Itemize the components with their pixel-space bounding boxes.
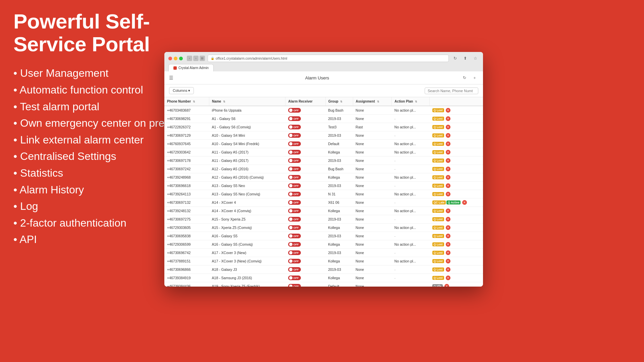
table-row[interactable]: +46730696866 A18 - Galaxy J3 OFF 2019-03… bbox=[164, 265, 483, 274]
refresh-button[interactable]: ↻ bbox=[461, 74, 468, 81]
cell-alarm-receiver[interactable]: OFF bbox=[285, 157, 326, 165]
cell-alarm-receiver[interactable]: OFF bbox=[285, 148, 326, 157]
table-row[interactable]: +46729303605 A15 - Xperia Z5 (Comviq) OF… bbox=[164, 224, 483, 232]
table-row[interactable]: +46760937645 A10 - Galaxy S4 Mini (Fredr… bbox=[164, 140, 483, 148]
table-row[interactable]: +46730697275 A15 - Sony Xperia Z5 OFF 20… bbox=[164, 215, 483, 224]
alarm-toggle[interactable]: OFF bbox=[288, 108, 301, 113]
delete-button[interactable]: ✕ bbox=[446, 167, 450, 171]
alarm-toggle[interactable]: OFF bbox=[288, 133, 301, 138]
alarm-toggle[interactable]: OFF bbox=[288, 167, 301, 171]
cell-alarm-receiver[interactable]: OFF bbox=[285, 215, 326, 224]
alarm-toggle[interactable]: OFF bbox=[288, 276, 301, 280]
forward-button[interactable]: › bbox=[193, 56, 199, 61]
delete-button[interactable]: ✕ bbox=[446, 242, 450, 247]
delete-button[interactable]: ✕ bbox=[446, 150, 450, 155]
columns-button[interactable]: Columns ▾ bbox=[169, 87, 194, 94]
cell-alarm-receiver[interactable]: OFF bbox=[285, 131, 326, 140]
cell-alarm-receiver[interactable]: OFF bbox=[285, 190, 326, 198]
table-row[interactable]: +46739248968 A12 - Galaxy A5 (2016) (Com… bbox=[164, 173, 483, 182]
table-row[interactable]: +46730696742 A17 - XCover 3 (New) OFF 20… bbox=[164, 249, 483, 257]
delete-button[interactable]: ✕ bbox=[446, 276, 450, 280]
alarm-toggle[interactable]: OFF bbox=[288, 267, 301, 272]
alarm-toggle[interactable]: OFF bbox=[288, 225, 301, 230]
table-row[interactable]: +46729306599 A16 - Galaxy S5 (Comviq) OF… bbox=[164, 240, 483, 249]
alarm-toggle[interactable]: OFF bbox=[288, 183, 301, 188]
alarm-toggle[interactable]: OFF bbox=[288, 125, 301, 129]
delete-button[interactable]: ✕ bbox=[446, 250, 450, 255]
cell-alarm-receiver[interactable]: OFF bbox=[285, 207, 326, 215]
cell-alarm-receiver[interactable]: OFF bbox=[285, 224, 326, 232]
minimize-button[interactable] bbox=[174, 57, 177, 60]
alarm-toggle[interactable]: OFF bbox=[288, 208, 301, 213]
cell-alarm-receiver[interactable]: OFF bbox=[285, 249, 326, 257]
delete-button[interactable]: ✕ bbox=[446, 108, 450, 113]
alarm-toggle[interactable]: OFF bbox=[288, 141, 301, 146]
search-input[interactable] bbox=[425, 87, 478, 94]
reload-button[interactable]: ↻ bbox=[451, 55, 459, 62]
cell-alarm-receiver[interactable]: OFF bbox=[285, 232, 326, 240]
cell-alarm-receiver[interactable]: OFF bbox=[285, 257, 326, 265]
alarm-toggle[interactable]: OFF bbox=[288, 284, 301, 287]
url-bar[interactable]: 🔒 office1.crystalalarm.com/admin/alarmUs… bbox=[208, 55, 449, 62]
table-row[interactable]: +46730698291 A1 - Galaxy S6 OFF 2019-03 … bbox=[164, 115, 483, 123]
delete-button[interactable]: ✕ bbox=[446, 208, 450, 213]
table-row[interactable]: +46730697129 A10 - Galaxy S4 Mini OFF 20… bbox=[164, 131, 483, 140]
table-row[interactable]: +46730697178 A11 - Galaxy A5 (2017) OFF … bbox=[164, 157, 483, 165]
table-row[interactable]: +46722826372 A1 - Galaxy S6 (Comviq) OFF… bbox=[164, 123, 483, 131]
fullscreen-button[interactable] bbox=[179, 57, 183, 60]
alarm-toggle[interactable]: OFF bbox=[288, 116, 301, 121]
share-button[interactable]: ☆ bbox=[472, 55, 479, 62]
browser-tab[interactable]: Crystal Alarm Admin bbox=[168, 64, 214, 71]
alarm-toggle[interactable]: OFF bbox=[288, 259, 301, 263]
cell-alarm-receiver[interactable]: OFF bbox=[285, 240, 326, 249]
alarm-toggle[interactable]: OFF bbox=[288, 175, 301, 180]
table-row[interactable]: +46730695838 A16 - Galaxy S5 OFF 2019-03… bbox=[164, 232, 483, 240]
table-row[interactable]: +46739384919 A18 - Samsung J3 (2016) OFF… bbox=[164, 274, 483, 282]
cell-alarm-receiver[interactable]: OFF bbox=[285, 198, 326, 207]
cell-alarm-receiver[interactable]: OFF bbox=[285, 182, 326, 190]
alarm-toggle[interactable]: OFF bbox=[288, 250, 301, 255]
delete-button[interactable]: ✕ bbox=[444, 284, 449, 287]
table-row[interactable]: +46739384436 A19 - Sony Xperia Z5 (Fredr… bbox=[164, 282, 483, 287]
delete-button[interactable]: ✕ bbox=[446, 234, 450, 238]
table-row[interactable]: +46739248132 A14 - XCover 4 (Comviq) OFF… bbox=[164, 207, 483, 215]
delete-button[interactable]: ✕ bbox=[446, 141, 450, 146]
alarm-toggle[interactable]: OFF bbox=[288, 158, 301, 163]
back-button[interactable]: ‹ bbox=[187, 56, 192, 61]
close-button[interactable] bbox=[168, 57, 172, 60]
table-row[interactable]: +46730696618 A13 - Galaxy S5 Neo OFF 201… bbox=[164, 182, 483, 190]
alarm-toggle[interactable]: OFF bbox=[288, 192, 301, 196]
alarm-toggle[interactable]: OFF bbox=[288, 217, 301, 222]
table-row[interactable]: +46730697132 A14 - XCover 4 OFF X61 06 N… bbox=[164, 198, 483, 207]
cell-alarm-receiver[interactable]: OFF bbox=[285, 173, 326, 182]
table-row[interactable]: +46730697242 A12 - Galaxy A5 (2016) OFF … bbox=[164, 165, 483, 173]
delete-button[interactable]: ✕ bbox=[446, 267, 450, 272]
alarm-toggle[interactable]: OFF bbox=[288, 234, 301, 238]
delete-button[interactable]: ✕ bbox=[446, 125, 450, 129]
cell-alarm-receiver[interactable]: OFF bbox=[285, 265, 326, 274]
delete-button[interactable]: ✕ bbox=[446, 183, 450, 188]
delete-button[interactable]: ✕ bbox=[446, 116, 450, 121]
delete-button[interactable]: ✕ bbox=[446, 175, 450, 180]
table-row[interactable]: +46703483687 iPhone 6s Uppsala OFF Bug B… bbox=[164, 106, 483, 115]
delete-button[interactable]: ✕ bbox=[446, 158, 450, 163]
cell-alarm-receiver[interactable]: OFF bbox=[285, 165, 326, 173]
alarm-toggle[interactable]: OFF bbox=[288, 150, 301, 155]
delete-button[interactable]: ✕ bbox=[446, 217, 450, 222]
cell-alarm-receiver[interactable]: OFF bbox=[285, 123, 326, 131]
bookmark-button[interactable]: ⬆ bbox=[462, 55, 469, 62]
add-button[interactable]: ＋ bbox=[471, 74, 478, 81]
cell-alarm-receiver[interactable]: OFF bbox=[285, 106, 326, 115]
table-row[interactable]: +46737889151 A17 - XCover 3 (New) (Comvi… bbox=[164, 257, 483, 265]
cell-alarm-receiver[interactable]: OFF bbox=[285, 140, 326, 148]
delete-button[interactable]: ✕ bbox=[446, 259, 450, 263]
table-row[interactable]: +46729303642 A11 - Galaxy A5 (2017) OFF … bbox=[164, 148, 483, 157]
cell-alarm-receiver[interactable]: OFF bbox=[285, 282, 326, 287]
delete-button[interactable]: ✕ bbox=[446, 192, 450, 196]
table-row[interactable]: +46739264113 A13 - Galaxy S5 Neo (Comviq… bbox=[164, 190, 483, 198]
cell-alarm-receiver[interactable]: OFF bbox=[285, 274, 326, 282]
alarm-toggle[interactable]: OFF bbox=[288, 200, 301, 205]
hamburger-menu[interactable]: ☰ bbox=[169, 75, 173, 80]
delete-button[interactable]: ✕ bbox=[446, 133, 450, 138]
alarm-toggle[interactable]: OFF bbox=[288, 242, 301, 247]
